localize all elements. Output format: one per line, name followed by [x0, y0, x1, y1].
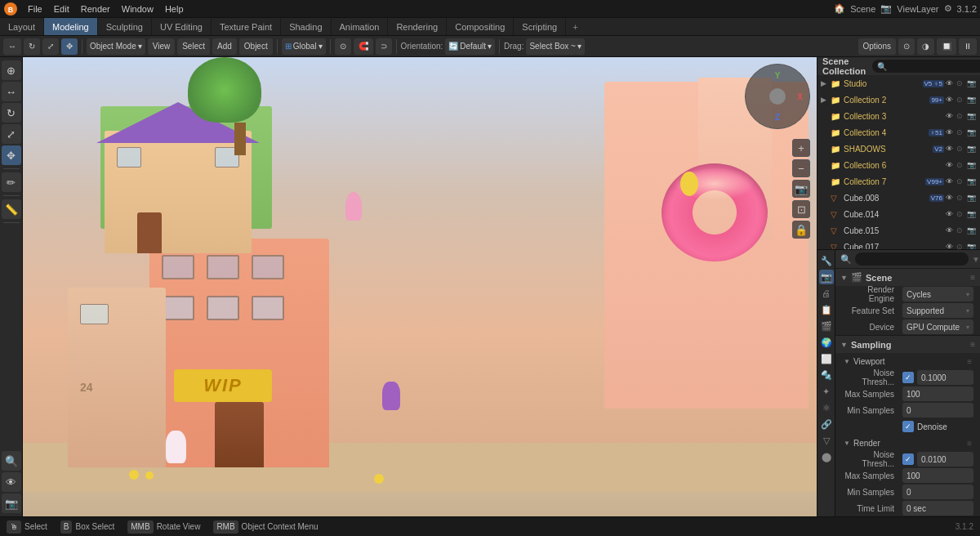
render-max-value[interactable]: 100 — [902, 468, 973, 483]
outliner-item-col4[interactable]: ▶ 📁 Collection 4 ♀51 👁 ⊙ 📷 — [817, 124, 980, 141]
render-min-value[interactable]: 0 — [902, 485, 973, 499]
restrict-col7[interactable]: ⊙ — [956, 177, 966, 185]
prop-icon-output[interactable]: 🖨 — [819, 286, 834, 301]
properties-search[interactable] — [855, 252, 969, 266]
outliner-item-studio[interactable]: ▶ 📁 Studio V5 ♀5 👁 ⊙ 📷 — [817, 75, 980, 92]
device-dropdown[interactable]: GPU Compute ▾ — [902, 319, 973, 334]
render-preview-btn[interactable]: 🔲 — [937, 38, 956, 55]
toolbar-object[interactable]: Object — [239, 38, 273, 55]
toolbar-add[interactable]: Add — [212, 38, 237, 55]
render-shadows[interactable]: 📷 — [967, 145, 977, 153]
visibility-cube017[interactable]: 👁 — [946, 243, 956, 250]
render-noise-checkbox[interactable] — [902, 453, 914, 465]
outliner-item-col2[interactable]: ▶ 📁 Collection 2 99+ 👁 ⊙ 📷 — [817, 92, 980, 108]
orientation-default-dropdown[interactable]: 🔄 Default ▾ — [445, 38, 495, 55]
tab-layout[interactable]: Layout — [0, 18, 44, 35]
outliner-item-col7[interactable]: ▶ 📁 Collection 7 V99+ 👁 ⊙ 📷 — [817, 173, 980, 190]
prop-icon-constraints[interactable]: 🔗 — [819, 417, 834, 431]
prop-icon-render[interactable]: 📷 — [819, 270, 834, 284]
restrict-col2[interactable]: ⊙ — [956, 96, 966, 104]
add-workspace-button[interactable]: + — [566, 20, 584, 34]
render-col3[interactable]: 📷 — [967, 112, 977, 120]
visibility-col2[interactable]: 👁 — [946, 96, 956, 104]
visibility-cube014[interactable]: 👁 — [946, 210, 956, 218]
render-studio[interactable]: 📷 — [967, 79, 977, 87]
restrict-col3[interactable]: ⊙ — [956, 112, 966, 120]
view-tool-2[interactable]: 👁 — [2, 472, 21, 492]
render-col6[interactable]: 📷 — [967, 161, 977, 169]
visibility-col7[interactable]: 👁 — [946, 177, 956, 185]
options-btn[interactable]: Options — [858, 38, 896, 55]
view-tool-1[interactable]: 🔍 — [2, 451, 21, 471]
render-subsection[interactable]: ▼ Render ≡ — [835, 435, 980, 451]
tab-uv-editing[interactable]: UV Editing — [152, 18, 212, 35]
render-cube014[interactable]: 📷 — [967, 210, 977, 218]
toolbar-select[interactable]: Select — [177, 38, 210, 55]
tab-scripting[interactable]: Scripting — [514, 18, 566, 35]
restrict-col4[interactable]: ⊙ — [956, 128, 966, 136]
rotate-tool[interactable]: ↻ — [2, 103, 21, 123]
render-cube015[interactable]: 📷 — [967, 226, 977, 234]
visibility-col6[interactable]: 👁 — [946, 161, 956, 169]
visibility-col4[interactable]: 👁 — [946, 128, 956, 136]
render-time-value[interactable]: 0 sec — [902, 501, 973, 516]
orientation-dropdown[interactable]: ⊞ Global ▾ — [282, 38, 326, 55]
restrict-col6[interactable]: ⊙ — [956, 161, 966, 169]
scene-section-header[interactable]: ▼ 🎬 Scene ≡ — [835, 268, 980, 286]
outliner-item-col6[interactable]: ▶ 📁 Collection 6 👁 ⊙ 📷 — [817, 157, 980, 173]
sampling-section-header[interactable]: ▼ Sampling ≡ — [835, 335, 980, 353]
toolbar-rotate-tool[interactable]: ↻ — [24, 38, 40, 55]
move-tool[interactable]: ↔ — [2, 82, 21, 101]
restrict-cube008[interactable]: ⊙ — [956, 194, 966, 202]
restrict-shadows[interactable]: ⊙ — [956, 145, 966, 153]
tab-sculpting[interactable]: Sculpting — [98, 18, 152, 35]
outliner-item-cube015[interactable]: ▶ ▽ Cube.015 👁 ⊙ 📷 — [817, 222, 980, 239]
proportional-btn[interactable]: ⊃ — [376, 38, 392, 55]
menu-edit[interactable]: Edit — [49, 2, 74, 16]
annotate-tool[interactable]: ✏ — [2, 172, 21, 192]
pause-btn[interactable]: ⏸ — [959, 38, 977, 55]
prop-icon-world[interactable]: 🌍 — [819, 335, 834, 350]
transform-tool[interactable]: ✥ — [2, 145, 21, 165]
pivot-btn[interactable]: ⊙ — [335, 38, 351, 55]
viewport-shading-btn[interactable]: ◑ — [917, 38, 934, 55]
cursor-tool[interactable]: ⊕ — [2, 60, 21, 80]
outliner-item-cube017[interactable]: ▶ ▽ Cube.017 👁 ⊙ 📷 — [817, 239, 980, 250]
prop-icon-object[interactable]: ⬜ — [819, 351, 834, 366]
viewport[interactable]: WIP 24 — [23, 57, 817, 516]
tab-modeling[interactable]: Modeling — [44, 18, 98, 35]
tab-animation[interactable]: Animation — [332, 18, 389, 35]
outliner-search[interactable] — [872, 60, 980, 73]
restrict-studio[interactable]: ⊙ — [956, 79, 966, 87]
visibility-cube008[interactable]: 👁 — [946, 194, 956, 202]
view-tool-3[interactable]: 📷 — [2, 494, 21, 513]
viewport-overlays-btn[interactable]: ⊙ — [898, 38, 915, 55]
prop-icon-view-layer[interactable]: 📋 — [819, 302, 834, 317]
viewport-min-value[interactable]: 0 — [902, 403, 973, 418]
outliner-item-cube008[interactable]: ▶ ▽ Cube.008 V76 👁 ⊙ 📷 — [817, 190, 980, 206]
restrict-cube017[interactable]: ⊙ — [956, 243, 966, 250]
viewport-noise-value[interactable]: 0.1000 — [917, 370, 973, 385]
prop-icon-modifiers[interactable]: 🔩 — [819, 368, 834, 382]
toolbar-scale-tool[interactable]: ⤢ — [42, 38, 59, 55]
render-cube008[interactable]: 📷 — [967, 194, 977, 202]
prop-icon-material[interactable]: ⬤ — [819, 449, 834, 464]
render-col7[interactable]: 📷 — [967, 177, 977, 185]
scale-tool[interactable]: ⤢ — [2, 124, 21, 144]
viewport-noise-checkbox[interactable] — [902, 372, 914, 383]
toolbar-view[interactable]: View — [148, 38, 176, 55]
outliner-item-cube014[interactable]: ▶ ▽ Cube.014 👁 ⊙ 📷 — [817, 206, 980, 222]
feature-set-dropdown[interactable]: Supported ▾ — [902, 303, 973, 318]
menu-file[interactable]: File — [23, 2, 47, 16]
prop-icon-data[interactable]: ▽ — [819, 433, 834, 448]
visibility-cube015[interactable]: 👁 — [946, 226, 956, 234]
tab-compositing[interactable]: Compositing — [447, 18, 514, 35]
visibility-col3[interactable]: 👁 — [946, 112, 956, 120]
viewport-subsection[interactable]: ▼ Viewport ≡ — [835, 353, 980, 369]
measure-tool[interactable]: 📏 — [2, 199, 21, 219]
snap-btn[interactable]: 🧲 — [354, 38, 373, 55]
render-cube017[interactable]: 📷 — [967, 243, 977, 250]
render-col4[interactable]: 📷 — [967, 128, 977, 136]
render-noise-value[interactable]: 0.0100 — [917, 452, 973, 467]
prop-icon-active-object[interactable]: 🔧 — [819, 253, 834, 268]
